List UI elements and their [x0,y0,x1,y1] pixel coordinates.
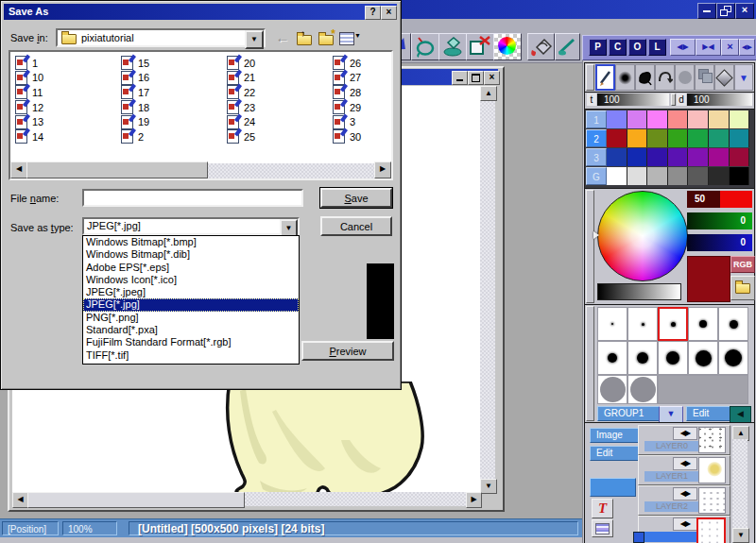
color-swatch[interactable] [668,167,689,185]
brush-cell[interactable] [627,341,658,375]
format-option[interactable]: Windows Bitmap[*.dib] [83,248,299,261]
color-swatch[interactable] [607,129,627,147]
format-option[interactable]: Windows Bitmap[*.bmp] [83,236,299,248]
file-item[interactable]: 15 [118,56,224,71]
more-tools-button[interactable]: ▼ [734,64,753,91]
color-swatch[interactable] [627,167,648,185]
file-item[interactable]: 30 [330,129,390,144]
layer-options-button[interactable] [592,519,613,537]
brush-group-dropdown[interactable]: ▼ [659,406,683,423]
color-swatch[interactable] [688,129,709,147]
save-in-dropdown-button[interactable]: ▼ [245,30,264,49]
color-swatch[interactable] [647,167,668,185]
file-list-scroll-right[interactable]: ▶ [374,161,391,178]
file-item[interactable]: 24 [224,114,330,129]
layer-blend-arrows-button[interactable]: ◀▶ [673,518,697,531]
brush-cell[interactable] [627,307,658,341]
format-option[interactable]: TIFF[*.tif] [83,349,299,362]
back-button[interactable]: ← [274,29,291,46]
red-slider[interactable]: 50 [687,191,752,208]
open-palette-button[interactable] [730,276,755,300]
canvas-hscroll-thumb[interactable] [27,492,245,508]
color-swatch[interactable] [647,129,668,147]
color-drag-handle[interactable] [586,190,594,303]
color-wheel[interactable] [597,191,688,281]
shape-tool-button[interactable] [675,64,695,91]
layer-scrollbar-track[interactable] [732,439,747,528]
brush-cell[interactable] [597,375,627,404]
preview-button[interactable]: Preview [301,341,394,361]
blue-slider[interactable]: 0 [687,234,752,251]
color-swatch[interactable] [709,110,730,128]
file-item[interactable]: 25 [224,129,330,144]
layer-row[interactable]: ◀▶LAYER0 [638,425,730,455]
color-swatch[interactable] [607,148,627,166]
format-option[interactable]: PNG[*.png] [83,312,299,324]
canvas-scroll-down-button[interactable]: ▼ [480,479,497,494]
layer-row[interactable]: ◀▶LAYER2 [638,485,730,516]
file-item[interactable]: 14 [12,129,118,144]
layer-thumbnail[interactable] [698,487,726,514]
cancel-button[interactable]: Cancel [320,216,392,236]
file-item[interactable]: 13 [12,114,118,129]
layer-thumbnail[interactable] [698,427,726,453]
dialog-titlebar[interactable]: Save As [4,4,397,20]
save-as-type-combobox[interactable]: JPEG[*.jpg] ▼ [82,217,300,235]
file-item[interactable]: 23 [224,100,330,115]
pen-tool-button[interactable] [595,64,615,91]
palette-row-tab[interactable]: 2 [586,129,607,147]
file-item[interactable]: 20 [224,56,330,71]
file-item[interactable]: 19 [118,114,224,129]
curve-tool-button[interactable] [655,64,675,91]
dialog-close-button[interactable]: × [381,6,397,20]
color-swatch[interactable] [627,129,648,147]
tools-drag-handle[interactable] [586,64,594,91]
fill-tool-button[interactable] [527,33,555,60]
color-swatch[interactable] [627,148,648,166]
color-swatch[interactable] [607,167,627,185]
restore-button[interactable] [716,3,735,19]
brush-collapse-button[interactable]: ◀ [730,406,751,423]
color-swatch[interactable] [709,167,730,185]
format-option[interactable]: JPEG[*.jpeg] [83,286,299,298]
edit-menu-button[interactable]: Edit [590,446,642,461]
layer-thumbnail[interactable] [696,518,726,543]
format-list[interactable]: Windows Bitmap[*.bmp]Windows Bitmap[*.di… [82,235,300,365]
layer-thumbnail[interactable] [698,457,726,484]
file-item[interactable]: 28 [330,85,390,100]
color-swatch[interactable] [668,148,689,166]
file-list-hscroll-thumb[interactable] [26,161,208,178]
pcol-p-button[interactable]: P [589,39,607,56]
format-option[interactable]: JPEG[*.jpg] [83,298,299,311]
file-item[interactable]: 3 [330,114,390,129]
expand-panels-button[interactable]: ◀▶ [670,39,696,56]
up-one-level-button[interactable]: ↑ [295,29,314,46]
layer-row[interactable]: ◀▶ [638,516,730,543]
t-slider[interactable]: 100 [597,93,669,106]
dialog-help-button[interactable]: ? [365,6,381,20]
layer-row[interactable]: ◀▶LAYER1 [638,455,730,485]
color-swatch[interactable] [688,148,709,166]
view-menu-button[interactable]: ▼ [338,29,361,46]
canvas-scroll-left-button[interactable]: ◀ [12,492,28,508]
palette-row-tab[interactable]: 3 [586,148,607,166]
brush-tool-button[interactable] [635,64,655,91]
file-item[interactable]: 22 [224,85,330,100]
color-swatch[interactable] [668,110,689,128]
file-item[interactable]: 11 [12,85,118,100]
color-swatch[interactable] [607,110,627,128]
brush-cell[interactable] [718,341,748,375]
color-swatch[interactable] [688,167,709,185]
pcol-o-button[interactable]: O [628,39,646,56]
brush-cell[interactable] [597,307,627,341]
color-swatch[interactable] [730,167,750,185]
file-item[interactable]: 2 [118,129,224,144]
file-item[interactable]: 17 [118,85,224,100]
pcol-l-button[interactable]: L [648,39,666,56]
layer-blend-arrows-button[interactable]: ◀▶ [673,487,697,501]
dock-panels-button[interactable]: ◀▶ [739,39,755,56]
file-list[interactable]: 1101112131415161718192202122232425262728… [9,50,393,180]
close-button[interactable]: × [735,3,754,19]
collapse-panels-button[interactable]: ▶◀ [696,39,721,56]
color-swatch[interactable] [730,129,750,147]
